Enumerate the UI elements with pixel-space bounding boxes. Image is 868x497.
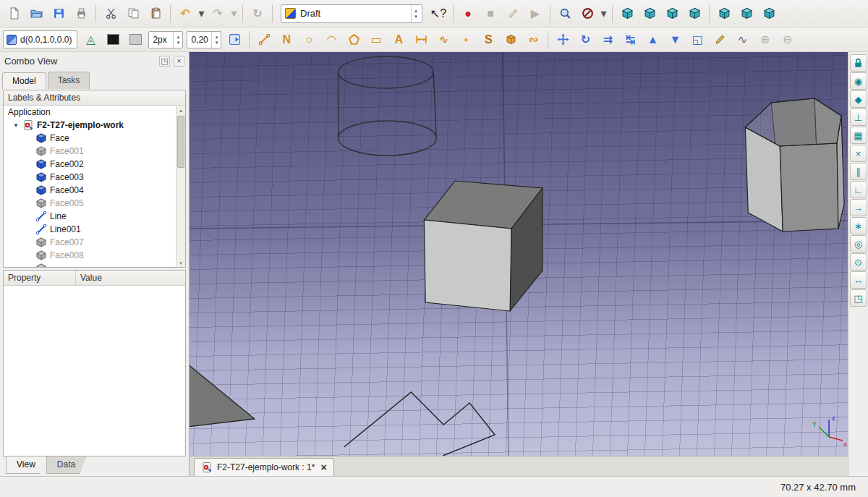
snap-endpoint-toggle[interactable]: ◉ xyxy=(850,72,867,90)
tree-item-face007[interactable]: Face007 xyxy=(4,236,185,249)
tree-item-line[interactable]: Line xyxy=(4,210,185,223)
document-tab[interactable]: F2-T27-ejemplo-work : 1* × xyxy=(194,458,334,476)
draft-polygon-button[interactable] xyxy=(343,30,365,49)
snap-dimensions-toggle[interactable]: ↔ xyxy=(850,271,867,289)
draft-arc-button[interactable]: ◠ xyxy=(320,30,342,49)
save-document-button[interactable] xyxy=(48,4,69,23)
draft-line-button[interactable] xyxy=(253,30,275,49)
tab-tasks[interactable]: Tasks xyxy=(48,72,90,89)
snap-grid-toggle[interactable]: ▦ xyxy=(850,127,867,144)
draw-style-menu-arrow[interactable]: ▾ xyxy=(599,4,608,23)
spin-up-icon[interactable]: ▴ xyxy=(212,34,221,40)
tab-close-icon[interactable]: × xyxy=(320,462,326,473)
open-document-button[interactable] xyxy=(25,4,47,23)
snap-lock-toggle[interactable] xyxy=(850,54,867,72)
draft-text-button[interactable]: A xyxy=(388,30,409,49)
property-editor-body[interactable] xyxy=(4,286,185,456)
spin-up-icon[interactable]: ▴ xyxy=(174,34,182,40)
undo-menu-arrow[interactable]: ▾ xyxy=(197,4,206,23)
draw-style-button[interactable] xyxy=(576,4,598,23)
hexagonal-prism[interactable] xyxy=(745,98,844,231)
view-left-button[interactable] xyxy=(758,4,780,23)
tree-item-application[interactable]: Application xyxy=(4,106,185,119)
cut-button[interactable] xyxy=(100,4,122,23)
float-panel-icon[interactable]: ◳ xyxy=(159,56,170,67)
draft-offset-button[interactable]: ⇉ xyxy=(597,30,618,49)
construction-mode-toggle[interactable]: ◬ xyxy=(80,30,101,49)
draft-facebinder-button[interactable] xyxy=(500,30,522,49)
cylinder-wireframe[interactable] xyxy=(339,56,437,156)
snap-center-toggle[interactable]: ⊙ xyxy=(850,253,867,271)
scroll-down-icon[interactable]: ▾ xyxy=(176,259,185,267)
tree-expand-icon[interactable]: ▼ xyxy=(12,122,20,129)
tree-scrollbar[interactable]: ▴ ▾ xyxy=(176,106,185,267)
view-top-button[interactable] xyxy=(661,4,683,23)
draft-wire-button[interactable]: N xyxy=(276,30,297,49)
snap-extension-toggle[interactable]: → xyxy=(850,199,867,216)
macro-edit-button[interactable] xyxy=(502,4,524,23)
whats-this-button[interactable]: ↖? xyxy=(427,4,449,23)
draft-edit-button[interactable] xyxy=(709,30,731,49)
macro-record-button[interactable]: ● xyxy=(457,4,479,23)
draft-point-button[interactable]: ● xyxy=(455,30,477,49)
draft-delete-point-button[interactable]: ⊖ xyxy=(776,30,798,49)
tab-data[interactable]: Data xyxy=(46,456,86,474)
tree-item-line001[interactable]: Line001 xyxy=(4,223,185,236)
snap-special-toggle[interactable]: ∗ xyxy=(850,217,867,234)
view-isometric-button[interactable] xyxy=(616,4,638,23)
print-button[interactable] xyxy=(70,4,92,23)
draft-move-button[interactable] xyxy=(552,30,574,49)
tree-item-face001[interactable]: Face001 xyxy=(4,145,185,158)
spin-down-icon[interactable]: ▾ xyxy=(212,40,221,46)
tab-view[interactable]: View xyxy=(6,456,46,474)
draft-downgrade-button[interactable]: ▼ xyxy=(664,30,686,49)
view-fit-all-button[interactable] xyxy=(554,4,576,23)
view-right-button[interactable] xyxy=(684,4,705,23)
line-color-swatch[interactable] xyxy=(102,30,124,49)
draft-wire-to-bspline-button[interactable]: ∿ xyxy=(731,30,753,49)
scrollbar-thumb[interactable] xyxy=(177,116,184,168)
working-plane-indicator[interactable]: d(0.0,1.0,0.0) xyxy=(3,30,77,48)
tree-item-face004[interactable]: Face004 xyxy=(4,184,185,197)
draft-trimex-button[interactable]: ↹ xyxy=(619,30,641,49)
view-front-button[interactable] xyxy=(639,4,660,23)
draft-rectangle-button[interactable]: ▭ xyxy=(365,30,387,49)
triangle-solid[interactable] xyxy=(190,363,255,427)
new-document-button[interactable] xyxy=(3,4,25,23)
snap-near-toggle[interactable]: ◎ xyxy=(850,235,867,252)
tree-item-face003[interactable]: Face003 xyxy=(4,171,185,184)
apply-style-button[interactable] xyxy=(224,30,245,49)
view-bottom-button[interactable] xyxy=(736,4,757,23)
snap-parallel-toggle[interactable]: ∥ xyxy=(850,163,867,180)
snap-intersection-toggle[interactable]: × xyxy=(850,145,867,162)
cube-solid[interactable] xyxy=(424,181,542,311)
view-rear-button[interactable] xyxy=(713,4,735,23)
text-scale-spinner[interactable]: 0,20▴▾ xyxy=(187,31,221,48)
combo-down-icon[interactable]: ▾ xyxy=(412,14,420,20)
draft-upgrade-button[interactable]: ▲ xyxy=(642,30,663,49)
zigzag-wire[interactable] xyxy=(344,392,495,456)
macro-execute-button[interactable]: ▶ xyxy=(524,4,546,23)
draft-scale-button[interactable]: ◱ xyxy=(686,30,708,49)
draft-dimension-button[interactable] xyxy=(410,30,432,49)
copy-button[interactable] xyxy=(122,4,144,23)
draft-shapestring-button[interactable]: S xyxy=(477,30,499,49)
draft-rotate-button[interactable]: ↻ xyxy=(574,30,596,49)
draft-bezcurve-button[interactable]: ∾ xyxy=(522,30,544,49)
tree-item-partial[interactable] xyxy=(4,262,185,268)
tree-item-face008[interactable]: Face008 xyxy=(4,249,185,262)
redo-menu-arrow[interactable]: ▾ xyxy=(229,4,239,23)
3d-viewport[interactable]: z Y x xyxy=(190,52,848,456)
spin-down-icon[interactable]: ▾ xyxy=(174,40,182,46)
paste-button[interactable] xyxy=(145,4,166,23)
tree-item-face005[interactable]: Face005 xyxy=(4,197,185,210)
tab-model[interactable]: Model xyxy=(2,72,46,90)
refresh-button[interactable]: ↻ xyxy=(247,4,268,23)
snap-working-plane-toggle[interactable]: ◳ xyxy=(850,289,867,307)
undo-button[interactable]: ↶ xyxy=(174,4,196,23)
combo-up-icon[interactable]: ▴ xyxy=(412,8,420,14)
tree-item-face002[interactable]: Face002 xyxy=(4,158,185,171)
face-color-swatch[interactable] xyxy=(124,30,146,49)
snap-perpendicular-toggle[interactable]: ⊥ xyxy=(850,109,867,126)
draft-bspline-button[interactable]: ∿ xyxy=(433,30,454,49)
